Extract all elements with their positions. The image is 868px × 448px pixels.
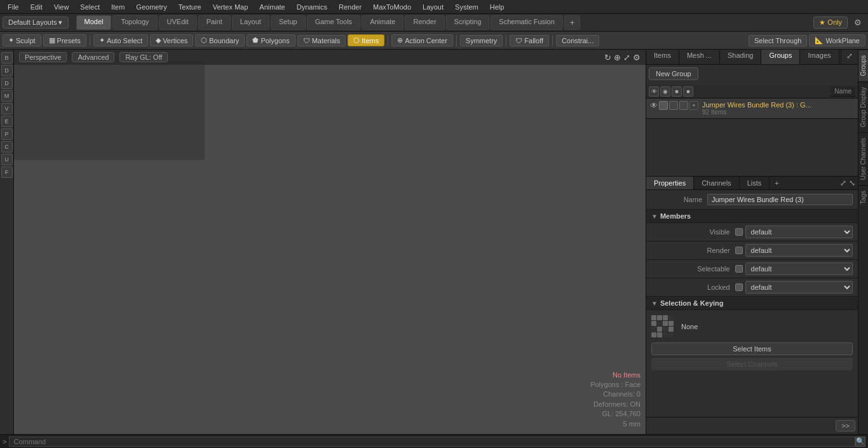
layout-tab-plus[interactable]: +	[564, 15, 581, 30]
vertices-button[interactable]: ◆ Vertices	[150, 34, 193, 46]
viewport[interactable]: Perspective Advanced Ray GL: Off ↻ ⊕ ⤢ ⚙	[14, 50, 646, 434]
tab-layout[interactable]: Layout	[232, 15, 269, 30]
left-tool-8[interactable]: C	[1, 141, 13, 153]
falloff-button[interactable]: 🛡 Falloff	[510, 35, 549, 46]
maximize-icon[interactable]: ⤢	[623, 53, 630, 62]
left-tool-2[interactable]: D	[1, 65, 13, 76]
tab-render[interactable]: Render	[405, 15, 444, 30]
menu-render[interactable]: Render	[334, 2, 367, 12]
tab-lists[interactable]: Lists	[740, 177, 770, 189]
advanced-button[interactable]: Advanced	[72, 52, 114, 62]
left-tool-3[interactable]: D	[1, 78, 13, 89]
tab-items[interactable]: Items	[646, 50, 679, 64]
tab-shading[interactable]: Shading	[720, 50, 761, 64]
menu-file[interactable]: File	[3, 2, 24, 12]
work-plane-button[interactable]: 📐 WorkPlane	[809, 34, 865, 46]
menu-layout[interactable]: Layout	[417, 2, 449, 12]
settings-icon[interactable]: ⚙	[633, 53, 641, 62]
boundary-button[interactable]: ⬡ Boundary	[195, 34, 245, 46]
collapse-icon[interactable]: ⤡	[849, 179, 855, 187]
settings-button[interactable]: ⚙	[850, 17, 865, 29]
menu-edit[interactable]: Edit	[25, 2, 48, 12]
constrai-button[interactable]: Constrai...	[556, 35, 599, 46]
zoom-in-icon[interactable]: ⊕	[614, 53, 621, 62]
tab-mesh[interactable]: Mesh ...	[679, 50, 720, 64]
menu-geometry[interactable]: Geometry	[131, 2, 172, 12]
select-through-button[interactable]: Select Through	[749, 35, 807, 46]
tab-uvedit[interactable]: UVEdit	[159, 15, 197, 30]
menu-vertex-map[interactable]: Vertex Map	[208, 2, 254, 12]
menu-animate[interactable]: Animate	[254, 2, 290, 12]
new-group-button[interactable]: New Group	[649, 67, 698, 80]
layout-dropdown[interactable]: Default Layouts ▾	[3, 17, 69, 29]
side-tab-user-channels[interactable]: User Channels	[858, 132, 868, 185]
side-tab-tags[interactable]: Tags	[858, 185, 868, 209]
layer-btn2[interactable]: ■	[683, 86, 693, 97]
left-tool-5[interactable]: V	[1, 103, 13, 114]
render-toggle[interactable]: ◉	[660, 86, 670, 97]
perspective-button[interactable]: Perspective	[19, 52, 67, 62]
selectable-select[interactable]: default	[745, 262, 853, 275]
tab-topology[interactable]: Topology	[112, 15, 157, 30]
left-tool-9[interactable]: U	[1, 154, 13, 165]
tab-groups[interactable]: Groups	[761, 50, 800, 64]
menu-dynamics[interactable]: Dynamics	[292, 2, 332, 12]
select-channels-button[interactable]: Select Channels	[651, 358, 853, 370]
menu-select[interactable]: Select	[75, 2, 105, 12]
tab-properties[interactable]: Properties	[646, 177, 694, 189]
left-tool-7[interactable]: P	[1, 128, 13, 140]
rp-expand-arrow[interactable]: >>	[836, 420, 855, 431]
menu-maxtomodo[interactable]: MaxToModo	[368, 2, 416, 12]
command-search-icon[interactable]: 🔍	[855, 437, 865, 447]
left-tool-6[interactable]: E	[1, 116, 13, 127]
command-input[interactable]	[9, 437, 855, 447]
menu-system[interactable]: System	[450, 2, 484, 12]
visible-select[interactable]: default	[745, 226, 853, 238]
layer-icon[interactable]	[659, 101, 668, 110]
polygons-button[interactable]: ⬟ Polygons	[247, 34, 295, 46]
tab-gametools[interactable]: Game Tools	[307, 15, 361, 30]
tab-animate[interactable]: Animate	[362, 15, 403, 30]
eye-icon[interactable]: 👁	[650, 101, 658, 110]
tab-channels[interactable]: Channels	[694, 177, 739, 189]
add-icon[interactable]: +	[689, 101, 698, 110]
side-tab-group-display[interactable]: Group Display	[858, 81, 868, 132]
layer2-icon[interactable]	[669, 101, 678, 110]
menu-view[interactable]: View	[49, 2, 74, 12]
sculpt-button[interactable]: ✦ Sculpt	[3, 34, 41, 46]
auto-select-button[interactable]: ✦ Auto Select	[93, 34, 148, 46]
left-tool-4[interactable]: M	[1, 90, 13, 102]
menu-texture[interactable]: Texture	[173, 2, 207, 12]
items-button[interactable]: ⬡ Items	[348, 34, 384, 46]
presets-button[interactable]: ▦ Presets	[43, 34, 86, 46]
left-tool-1[interactable]: B	[1, 52, 13, 64]
menu-item[interactable]: Item	[106, 2, 130, 12]
side-tab-groups[interactable]: Groups	[858, 50, 868, 81]
tab-paint[interactable]: Paint	[198, 15, 231, 30]
tab-scripting[interactable]: Scripting	[446, 15, 490, 30]
locked-select[interactable]: default	[745, 281, 853, 294]
tab-images[interactable]: Images	[800, 50, 839, 64]
left-tool-10[interactable]: F	[1, 166, 13, 178]
tab-schematic[interactable]: Schematic Fusion	[491, 15, 562, 30]
menu-help[interactable]: Help	[485, 2, 510, 12]
sel-keying-header[interactable]: ▼ Selection & Keying	[646, 297, 858, 310]
scene-canvas[interactable]: X Y Z	[14, 65, 205, 160]
star-only-button[interactable]: ★ Only	[813, 17, 848, 29]
expand-icon[interactable]: ⤢	[840, 179, 846, 187]
raygl-button[interactable]: Ray GL: Off	[119, 52, 168, 62]
rotate-icon[interactable]: ↻	[604, 53, 611, 62]
tab-plus[interactable]: +	[770, 177, 783, 189]
symmetry-button[interactable]: Symmetry	[460, 35, 503, 46]
members-section-header[interactable]: ▼ Members	[646, 210, 858, 223]
layer-btn1[interactable]: ■	[672, 86, 682, 97]
render-select[interactable]: default	[745, 244, 853, 257]
materials-button[interactable]: 🛡 Materials	[297, 35, 346, 46]
group-row[interactable]: 👁 + Jumper Wires Bundle Red (3) : G... 9…	[646, 98, 858, 119]
tab-model[interactable]: Model	[76, 15, 112, 30]
name-input[interactable]	[707, 194, 853, 205]
eye-toggle[interactable]: 👁	[649, 86, 659, 97]
rp-top-expand[interactable]: ⤢	[841, 50, 858, 64]
layer3-icon[interactable]	[679, 101, 688, 110]
action-center-button[interactable]: ⊕ Action Center	[391, 34, 453, 46]
